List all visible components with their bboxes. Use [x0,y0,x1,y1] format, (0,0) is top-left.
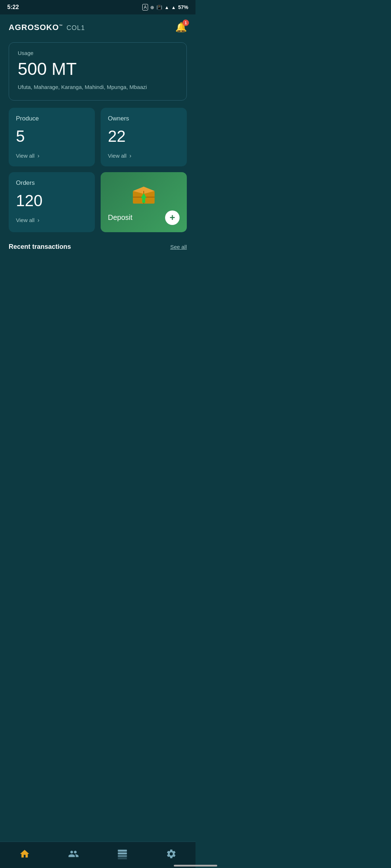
usage-card: Usage 500 MT Ufuta, Maharage, Karanga, M… [9,42,187,101]
orders-title: Orders [16,179,88,187]
produce-value: 5 [16,127,88,145]
gps-icon: ⊕ [150,5,154,10]
recent-transactions-section: Recent transactions See all [0,239,196,258]
battery-indicator: 57% [178,4,188,10]
auto-icon: A [142,4,148,10]
signal-icon: ▲ [171,5,176,10]
produce-title: Produce [16,115,88,122]
produce-chevron-icon: › [37,153,39,159]
app-header: AGROSOKO™ COL1 🔔 1 [0,14,196,39]
wifi-icon: ▲ [164,5,169,10]
see-all-link[interactable]: See all [170,244,187,250]
deposit-bottom-row: Deposit + [108,210,180,225]
vibrate-icon: 📳 [156,5,162,10]
app-logo: AGROSOKO™ COL1 [9,23,85,32]
produce-view-all-label: View all [16,153,34,159]
produce-card[interactable]: Produce 5 View all › [9,108,95,166]
status-time: 5:22 [7,4,19,10]
deposit-box-icon [131,183,156,205]
stats-grid: Produce 5 View all › Owners 22 View all … [9,108,187,232]
logo-col: COL1 [67,24,85,32]
owners-view-all-label: View all [108,153,126,159]
owners-card[interactable]: Owners 22 View all › [101,108,187,166]
notification-badge: 1 [182,20,189,26]
orders-card[interactable]: Orders 120 View all › [9,172,95,232]
orders-chevron-icon: › [37,217,39,224]
owners-value: 22 [108,127,180,145]
owners-chevron-icon: › [129,153,131,159]
logo-agrosoko: AGROSOKO™ [9,23,63,32]
usage-value: 500 MT [18,59,178,79]
usage-label: Usage [18,50,178,56]
orders-value: 120 [16,192,88,210]
produce-view-all[interactable]: View all › [16,153,88,159]
owners-title: Owners [108,115,180,122]
deposit-card[interactable]: Deposit + [101,172,187,232]
orders-view-all[interactable]: View all › [16,217,88,224]
recent-transactions-title: Recent transactions [9,243,71,251]
orders-view-all-label: View all [16,217,34,223]
notification-bell[interactable]: 🔔 1 [175,22,187,33]
status-icons: A ⊕ 📳 ▲ ▲ 57% [142,4,188,10]
owners-view-all[interactable]: View all › [108,153,180,159]
usage-crops: Ufuta, Maharage, Karanga, Mahindi, Mpung… [18,83,178,92]
status-bar: 5:22 A ⊕ 📳 ▲ ▲ 57% [0,0,196,14]
deposit-plus-button[interactable]: + [165,210,180,225]
main-content: Usage 500 MT Ufuta, Maharage, Karanga, M… [0,42,196,290]
deposit-icon-area [108,183,180,205]
deposit-label: Deposit [108,213,133,222]
